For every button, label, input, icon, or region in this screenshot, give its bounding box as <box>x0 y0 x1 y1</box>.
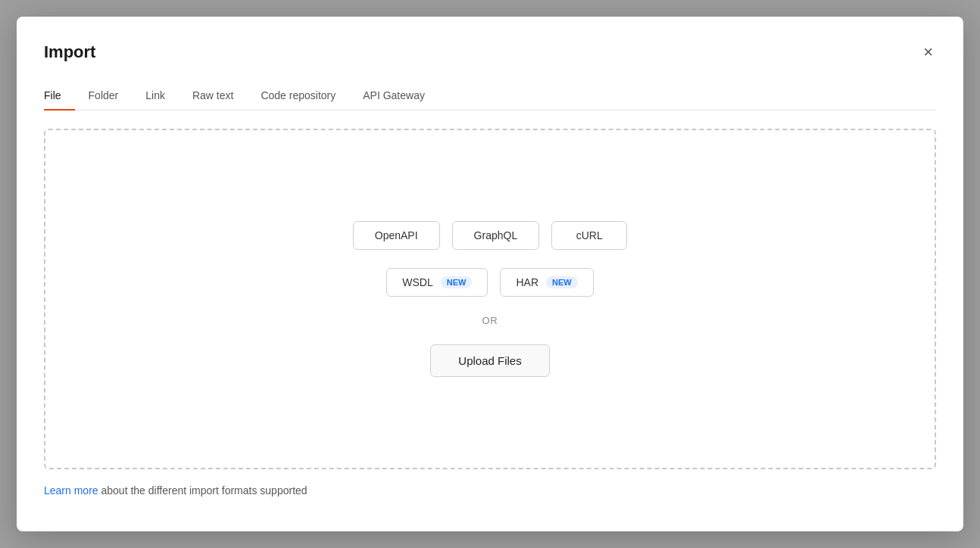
footer-description: about the different import formats suppo… <box>98 484 307 497</box>
tab-api-gateway[interactable]: API Gateway <box>349 82 439 111</box>
format-curl-button[interactable]: cURL <box>551 221 627 250</box>
har-label: HAR <box>516 276 538 288</box>
modal-header: Import × <box>44 41 936 64</box>
format-row-1: OpenAPI GraphQL cURL <box>353 221 627 250</box>
tab-file[interactable]: File <box>44 82 75 111</box>
close-button[interactable]: × <box>920 41 936 64</box>
drop-zone: OpenAPI GraphQL cURL WSDL NEW HAR NEW OR… <box>44 129 936 469</box>
learn-more-link[interactable]: Learn more <box>44 484 98 497</box>
tab-folder[interactable]: Folder <box>75 82 133 111</box>
format-graphql-button[interactable]: GraphQL <box>452 221 540 250</box>
format-wsdl-button[interactable]: WSDL NEW <box>386 268 488 297</box>
format-har-button[interactable]: HAR NEW <box>500 268 593 297</box>
har-badge: NEW <box>546 276 578 288</box>
import-modal: Import × File Folder Link Raw text Code … <box>17 17 963 531</box>
wsdl-badge: NEW <box>441 276 473 288</box>
tab-code-repository[interactable]: Code repository <box>247 82 349 111</box>
wsdl-label: WSDL <box>402 276 432 288</box>
format-openapi-button[interactable]: OpenAPI <box>353 221 440 250</box>
tab-link[interactable]: Link <box>132 82 179 111</box>
or-separator: OR <box>482 315 498 326</box>
footer-note: Learn more about the different import fo… <box>44 484 936 497</box>
format-row-2: WSDL NEW HAR NEW <box>386 268 593 297</box>
modal-title: Import <box>44 42 95 62</box>
tab-raw-text[interactable]: Raw text <box>179 82 247 111</box>
tab-bar: File Folder Link Raw text Code repositor… <box>44 82 936 111</box>
upload-files-button[interactable]: Upload Files <box>430 344 549 377</box>
